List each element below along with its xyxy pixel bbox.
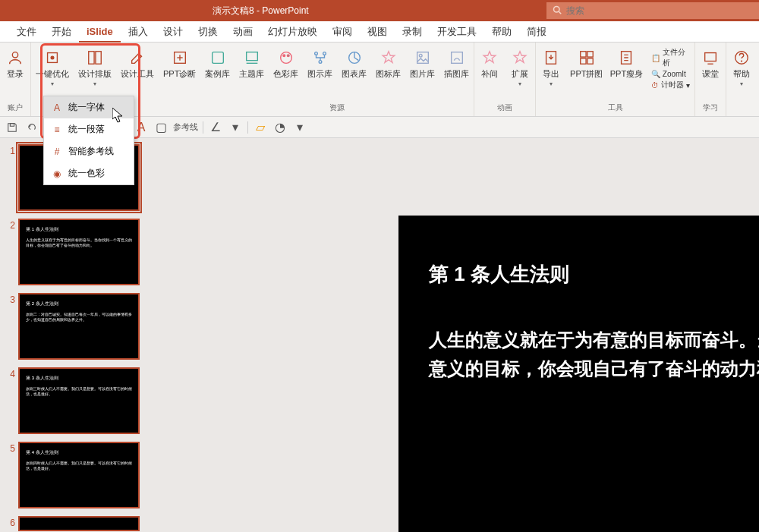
tab-file[interactable]: 文件 — [9, 21, 44, 42]
svg-point-16 — [315, 52, 318, 55]
save-button[interactable] — [5, 120, 20, 135]
tab-design[interactable]: 设计 — [156, 21, 191, 42]
tab-slideshow[interactable]: 幻灯片放映 — [260, 21, 325, 42]
stitch-icon — [578, 49, 596, 67]
tab-insert[interactable]: 插入 — [121, 21, 156, 42]
grid-icon: # — [52, 146, 62, 157]
class-button[interactable]: 课堂 — [695, 46, 726, 82]
tab-brief[interactable]: 简报 — [519, 21, 554, 42]
paragraph-icon: ≡ — [52, 124, 62, 135]
diagnose-icon — [171, 49, 189, 67]
extend-button[interactable]: 扩展▾ — [505, 46, 535, 90]
svg-rect-5 — [89, 52, 94, 65]
slide-canvas[interactable]: 第 1 条人生法则 人生的意义就在于为有意的目标而奋斗。当你找到一个有意义的目标… — [152, 138, 759, 532]
tab-review[interactable]: 审阅 — [325, 21, 360, 42]
svg-rect-35 — [10, 123, 14, 126]
zoomit-button[interactable]: 🔍ZoomIt — [651, 70, 691, 78]
tab-islide[interactable]: iSlide — [79, 21, 121, 42]
smart-guides-item[interactable]: #智能参考线 — [44, 140, 134, 162]
ribbon-tabs: 文件 开始 iSlide 插入 设计 切换 动画 幻灯片放映 审阅 视图 录制 … — [0, 21, 759, 42]
svg-point-13 — [281, 52, 292, 64]
imagelib-button[interactable]: 图片库 — [405, 46, 439, 82]
star-icon — [380, 49, 398, 67]
unify-paragraph-item[interactable]: ≡统一段落 — [44, 118, 134, 140]
tween-icon — [480, 49, 499, 67]
svg-rect-20 — [417, 52, 429, 64]
svg-rect-29 — [705, 53, 716, 61]
designtools-button[interactable]: 设计工具 — [116, 46, 159, 82]
color-icon: ◉ — [52, 168, 62, 179]
thumb-3[interactable]: 第 2 条人生法则原则二：对自己诚实。知道自己每次一年后，可以做的事情有多少，也… — [18, 293, 140, 360]
svg-rect-22 — [452, 52, 463, 64]
svg-rect-27 — [587, 58, 593, 64]
svg-point-17 — [323, 52, 326, 55]
export-button[interactable]: 导出▾ — [536, 46, 566, 90]
slide-heading[interactable]: 第 1 条人生法则 — [429, 261, 759, 288]
tab-home[interactable]: 开始 — [44, 21, 79, 42]
tools-icon — [128, 49, 146, 67]
thumb-2[interactable]: 第 1 条人生法则人生的意义就在于为有意的目标而奋斗。当你找到一个有意义的目标，… — [18, 219, 140, 285]
slide-body[interactable]: 人生的意义就在于为有意的目标而奋斗。当你找到一个有意义的目标，你会现自己有了奋斗… — [429, 326, 759, 384]
svg-point-4 — [51, 56, 54, 59]
analyze-icon: 📋 — [651, 54, 660, 62]
caselib-button[interactable]: 案例库 — [200, 46, 235, 82]
illustlib-button[interactable]: 插图库 — [439, 46, 474, 82]
thumb-4[interactable]: 第 3 条人生法则原则三时候人们人不需要。我们只是想要。可以在没有它的时候活，也… — [18, 367, 140, 434]
tab-animations[interactable]: 动画 — [225, 21, 260, 42]
diagramlib-button[interactable]: 图示库 — [303, 46, 337, 82]
compress-button[interactable]: PPT瘦身 — [606, 46, 647, 82]
user-icon — [6, 49, 24, 67]
svg-point-2 — [12, 52, 17, 58]
tab-devtools[interactable]: 开发工具 — [430, 21, 484, 42]
chart-icon — [345, 49, 364, 67]
svg-rect-11 — [247, 52, 258, 61]
colorlib-button[interactable]: 色彩库 — [269, 46, 303, 82]
help-button[interactable]: 帮助▾ — [726, 46, 757, 90]
unify-font-item[interactable]: A统一字体 — [44, 96, 134, 118]
svg-point-0 — [554, 6, 560, 12]
diagnose-button[interactable]: PPT诊断 — [159, 46, 200, 82]
search-box[interactable] — [546, 2, 759, 19]
optimize-button[interactable]: 一键优化▾ — [31, 46, 74, 90]
svg-line-1 — [559, 11, 561, 14]
login-button[interactable]: 登录 — [0, 46, 30, 82]
tab-transitions[interactable]: 切换 — [191, 21, 225, 42]
tween-button[interactable]: 补间 — [474, 46, 505, 82]
diagram-icon — [311, 49, 329, 67]
svg-rect-10 — [213, 52, 224, 64]
stitch-button[interactable]: PPT拼图 — [566, 46, 606, 82]
layout-button[interactable]: 设计排版▾ — [74, 46, 116, 90]
image-icon — [414, 49, 432, 67]
tab-view[interactable]: 视图 — [360, 21, 395, 42]
svg-point-15 — [287, 55, 289, 57]
guides-label[interactable]: 参考线 — [173, 121, 198, 133]
chartlib-button[interactable]: 图表库 — [337, 46, 371, 82]
svg-rect-6 — [96, 52, 101, 65]
svg-point-18 — [319, 61, 322, 64]
tab-record[interactable]: 录制 — [395, 21, 430, 42]
svg-point-14 — [283, 55, 285, 57]
search-icon — [553, 5, 562, 17]
case-icon — [209, 49, 227, 67]
timer-icon: ⏱ — [651, 81, 659, 90]
tab-help[interactable]: 帮助 — [484, 21, 519, 42]
zoom-icon: 🔍 — [651, 70, 660, 78]
undo-button[interactable] — [24, 120, 39, 135]
iconlib-button[interactable]: 图标库 — [371, 46, 405, 82]
fileanalyze-button[interactable]: 📋文件分析 — [651, 47, 691, 68]
optimize-dropdown: A统一字体 ≡统一段落 #智能参考线 ◉统一色彩 — [43, 96, 134, 185]
current-slide[interactable]: 第 1 条人生法则 人生的意义就在于为有意的目标而奋斗。当你找到一个有意义的目标… — [398, 216, 759, 532]
theme-icon — [243, 49, 261, 67]
search-input[interactable] — [566, 5, 753, 16]
themelib-button[interactable]: 主题库 — [235, 46, 269, 82]
slide-thumbnails: 1 2第 1 条人生法则人生的意义就在于为有意的目标而奋斗。当你找到一个有意义的… — [0, 138, 152, 532]
thumb-6[interactable] — [18, 516, 140, 531]
compress-icon — [617, 49, 635, 67]
unify-color-item[interactable]: ◉统一色彩 — [44, 162, 134, 184]
timer-button[interactable]: ⏱计时器 ▾ — [651, 80, 691, 90]
svg-point-21 — [419, 54, 422, 57]
class-icon — [701, 49, 720, 67]
font-icon: A — [52, 102, 62, 113]
svg-rect-24 — [581, 52, 586, 57]
thumb-5[interactable]: 第 4 条人生法则原则四时候人们人不需要。我们只是想要。可以在没有它的时候活，也… — [18, 442, 140, 508]
